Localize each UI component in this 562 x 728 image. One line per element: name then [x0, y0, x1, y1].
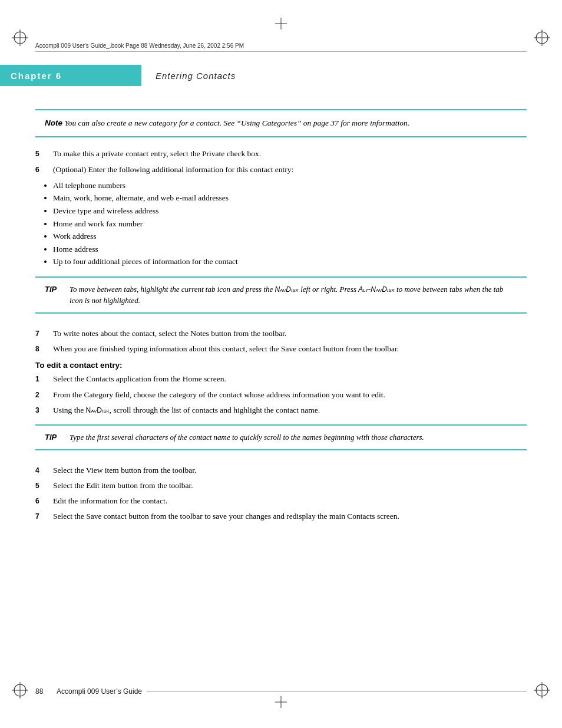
step-8-text: When you are finished typing information…	[53, 343, 527, 355]
step-5-text: To make this a private contact entry, se…	[53, 148, 527, 160]
footer: 88 Accompli 009 User’s Guide	[35, 687, 527, 696]
bullet-item: Home address	[53, 243, 527, 256]
final-step-6-text: Edit the information for the contact.	[53, 495, 527, 507]
final-step-4: 4 Select the View item button from the t…	[35, 465, 527, 476]
step-8-num: 8	[35, 343, 53, 355]
final-step-5-text: Select the Edit item button from the too…	[53, 480, 527, 492]
final-step-6-num: 6	[35, 495, 53, 507]
edit-step-1-text: Select the Contacts application from the…	[53, 373, 527, 385]
bullet-item: Device type and wireless address	[53, 205, 527, 218]
note-box: Note You can also create a new category …	[35, 109, 527, 137]
center-mark-bottom	[275, 696, 287, 710]
step-8: 8 When you are finished typing informati…	[35, 343, 527, 355]
reg-mark-tl	[12, 29, 28, 46]
edit-step-1-num: 1	[35, 373, 53, 385]
final-step-6: 6 Edit the information for the contact.	[35, 495, 527, 507]
final-step-7-num: 7	[35, 510, 53, 522]
edit-step-2-num: 2	[35, 389, 53, 401]
bullet-item: Main, work, home, alternate, and web e-m…	[53, 192, 527, 205]
edit-step-3-text: Using the NavDisk, scroll through the li…	[53, 404, 527, 416]
tip-1-label: TIP	[45, 284, 64, 307]
step-6-text: (Optional) Enter the following additiona…	[53, 164, 527, 176]
final-step-5-num: 5	[35, 480, 53, 492]
tip-2-label: TIP	[45, 431, 64, 443]
note-text: You can also create a new category for a…	[64, 118, 409, 127]
center-mark-top	[275, 18, 287, 32]
tip-1-text: To move between tabs, highlight the curr…	[70, 284, 517, 307]
step-5: 5 To make this a private contact entry, …	[35, 148, 527, 160]
footer-line	[147, 691, 527, 692]
final-step-5: 5 Select the Edit item button from the t…	[35, 480, 527, 492]
edit-step-3: 3 Using the NavDisk, scroll through the …	[35, 404, 527, 416]
chapter-header: Chapter 6 Entering Contacts	[0, 65, 562, 86]
edit-heading: To edit a contact entry:	[35, 361, 527, 370]
edit-step-3-num: 3	[35, 404, 53, 416]
tip-box-2: TIP Type the first several characters of…	[35, 424, 527, 450]
step-6-num: 6	[35, 164, 53, 176]
edit-step-2-text: From the Category field, choose the cate…	[53, 389, 527, 401]
page: Accompli 009 User's Guide_.book Page 88 …	[0, 0, 562, 728]
edit-step-1: 1 Select the Contacts application from t…	[35, 373, 527, 385]
reg-mark-tr	[534, 29, 550, 46]
edit-step-2: 2 From the Category field, choose the ca…	[35, 389, 527, 401]
footer-page-num: 88	[35, 687, 43, 696]
bullet-list: All telephone numbers Main, work, home, …	[47, 179, 527, 268]
step-6: 6 (Optional) Enter the following additio…	[35, 164, 527, 176]
footer-spacer	[48, 687, 52, 696]
reg-mark-bl	[12, 682, 28, 699]
meta-line: Accompli 009 User's Guide_.book Page 88 …	[35, 42, 527, 52]
step-5-num: 5	[35, 148, 53, 160]
footer-guide-text: Accompli 009 User’s Guide	[57, 687, 142, 696]
final-step-7-text: Select the Save contact button from the …	[53, 510, 527, 522]
tip-box-1: TIP To move between tabs, highlight the …	[35, 276, 527, 314]
final-step-4-num: 4	[35, 465, 53, 476]
final-step-4-text: Select the View item button from the too…	[53, 465, 527, 476]
reg-mark-br	[534, 682, 550, 699]
note-label: Note	[45, 118, 62, 127]
bullet-item: Up to four additional pieces of informat…	[53, 255, 527, 268]
bullet-item: Work address	[53, 230, 527, 243]
step-7-text: To write notes about the contact, select…	[53, 328, 527, 340]
chapter-tab: Chapter 6	[0, 65, 141, 86]
chapter-subtitle: Entering Contacts	[156, 71, 236, 81]
chapter-label: Chapter 6	[11, 71, 62, 81]
step-7: 7 To write notes about the contact, sele…	[35, 328, 527, 340]
final-step-7: 7 Select the Save contact button from th…	[35, 510, 527, 522]
bullet-item: Home and work fax number	[53, 218, 527, 230]
step-7-num: 7	[35, 328, 53, 340]
tip-2-text: Type the first several characters of the…	[70, 431, 517, 443]
bullet-item: All telephone numbers	[53, 179, 527, 192]
content-area: Note You can also create a new category …	[35, 109, 527, 526]
